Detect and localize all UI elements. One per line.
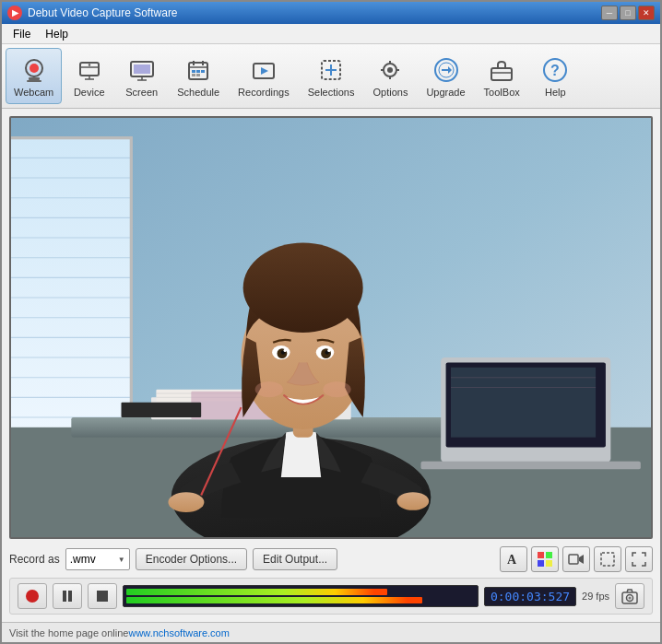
svg-rect-71: [421, 462, 641, 470]
fps-label: 29 fps: [582, 591, 609, 602]
svg-rect-90: [538, 552, 544, 558]
svg-rect-96: [601, 553, 614, 566]
svg-rect-94: [569, 555, 578, 564]
right-icon-buttons: A: [500, 546, 653, 572]
webcam-icon: [19, 55, 49, 85]
toolbar-webcam[interactable]: Webcam: [6, 48, 62, 104]
svg-point-73: [168, 492, 204, 512]
svg-point-28: [387, 67, 393, 73]
svg-rect-91: [546, 552, 552, 558]
svg-rect-20: [192, 74, 195, 76]
main-content: Record as .wmv ▼ Encoder Options... Edit…: [2, 109, 660, 622]
meter-bar-left: [126, 589, 387, 595]
webcam-label: Webcam: [14, 87, 53, 98]
meter-bar-right: [126, 597, 422, 603]
format-value: .wmv: [70, 553, 96, 566]
svg-point-86: [327, 349, 330, 352]
level-meter: [123, 585, 479, 607]
record-button[interactable]: [18, 583, 47, 609]
toolbar-toolbox[interactable]: ToolBox: [476, 48, 528, 104]
selections-icon: [316, 55, 346, 85]
screen-label: Screen: [125, 87, 158, 98]
record-as-label: Record as: [9, 553, 60, 566]
svg-rect-37: [491, 68, 512, 80]
svg-rect-98: [63, 591, 66, 602]
svg-text:A: A: [507, 553, 517, 567]
app-icon: ▶: [7, 6, 22, 20]
svg-rect-93: [546, 560, 552, 567]
schedule-label: Schedule: [177, 87, 219, 98]
screen-icon: [127, 55, 157, 85]
toolbox-icon: [487, 55, 516, 85]
svg-rect-65: [122, 403, 202, 417]
help-label: Help: [545, 87, 566, 98]
toolbar: Webcam Device: [2, 44, 660, 109]
device-icon: [75, 55, 104, 85]
maximize-button[interactable]: □: [620, 6, 636, 20]
menu-help[interactable]: Help: [38, 26, 76, 42]
svg-text:?: ?: [550, 63, 560, 78]
svg-marker-36: [448, 66, 452, 74]
transport-row: 0:00:03:527 29 fps: [9, 578, 653, 615]
svg-rect-92: [538, 560, 544, 567]
svg-point-74: [397, 492, 430, 510]
svg-rect-21: [196, 74, 200, 76]
format-select[interactable]: .wmv ▼: [65, 548, 130, 570]
svg-marker-95: [579, 555, 584, 564]
text-overlay-button[interactable]: A: [500, 546, 527, 572]
toolbar-recordings[interactable]: Recordings: [230, 48, 298, 104]
svg-rect-2: [29, 77, 40, 80]
svg-rect-18: [196, 70, 200, 73]
recordings-icon: [249, 55, 278, 85]
close-button[interactable]: ✕: [638, 6, 655, 20]
menu-bar: File Help: [2, 24, 660, 44]
help-icon: ?: [540, 55, 570, 85]
snapshot-button[interactable]: [615, 583, 644, 609]
toolbar-screen[interactable]: Screen: [116, 48, 167, 104]
svg-point-88: [323, 381, 350, 397]
video-area: [9, 116, 653, 539]
window-title: Debut Video Capture Software: [28, 6, 178, 19]
video-effects-button[interactable]: [562, 546, 590, 572]
toolbar-schedule[interactable]: Schedule: [169, 48, 228, 104]
video-preview: [11, 118, 651, 537]
edit-output-button[interactable]: Edit Output...: [253, 548, 337, 570]
svg-point-103: [629, 597, 632, 600]
status-bar: Visit the home page online www.nchsoftwa…: [2, 622, 660, 642]
svg-rect-19: [201, 70, 205, 73]
main-window: ▶ Debut Video Capture Software ─ □ ✕ Fil…: [0, 0, 662, 644]
color-effects-button[interactable]: [531, 546, 559, 572]
status-text: Visit the home page online: [9, 627, 128, 638]
schedule-icon: [183, 55, 213, 85]
selections-label: Selections: [308, 87, 355, 98]
stop-button[interactable]: [88, 583, 117, 609]
svg-point-8: [89, 64, 90, 65]
encoder-options-button[interactable]: Encoder Options...: [136, 548, 247, 570]
region-select-button[interactable]: [594, 546, 621, 572]
menu-file[interactable]: File: [6, 26, 38, 42]
options-label: Options: [372, 87, 408, 98]
toolbox-label: ToolBox: [484, 87, 520, 98]
svg-point-85: [284, 349, 287, 352]
pause-button[interactable]: [53, 583, 82, 609]
options-icon: [375, 55, 405, 85]
upgrade-icon: [431, 55, 461, 85]
title-bar-left: ▶ Debut Video Capture Software: [7, 6, 178, 20]
status-link[interactable]: www.nchsoftware.com: [128, 627, 229, 638]
toolbar-options[interactable]: Options: [364, 48, 416, 104]
recordings-label: Recordings: [238, 87, 290, 98]
device-label: Device: [74, 87, 105, 98]
svg-rect-17: [192, 70, 195, 73]
toolbar-upgrade[interactable]: Upgrade: [418, 48, 473, 104]
toolbar-selections[interactable]: Selections: [300, 48, 363, 104]
svg-rect-100: [97, 591, 108, 602]
minimize-button[interactable]: ─: [601, 6, 618, 20]
title-controls: ─ □ ✕: [601, 6, 655, 20]
fullscreen-button[interactable]: [625, 546, 653, 572]
toolbar-device[interactable]: Device: [64, 48, 114, 104]
title-bar: ▶ Debut Video Capture Software ─ □ ✕: [2, 2, 660, 24]
toolbar-help[interactable]: ? Help: [530, 48, 581, 104]
svg-rect-3: [27, 80, 41, 82]
svg-point-87: [255, 381, 283, 397]
svg-rect-10: [134, 64, 150, 74]
